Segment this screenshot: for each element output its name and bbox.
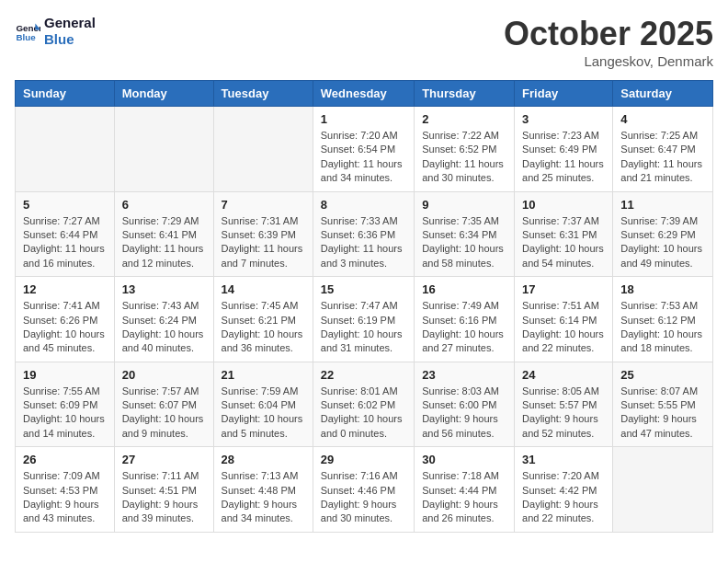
day-info: Sunrise: 8:01 AM Sunset: 6:02 PM Dayligh…: [321, 385, 406, 442]
day-info: Sunrise: 7:20 AM Sunset: 4:42 PM Dayligh…: [522, 469, 605, 526]
column-header-saturday: Saturday: [613, 81, 713, 107]
day-info: Sunrise: 7:53 AM Sunset: 6:12 PM Dayligh…: [620, 299, 705, 356]
calendar-day-23: 23Sunrise: 8:03 AM Sunset: 6:00 PM Dayli…: [415, 362, 515, 447]
day-number: 12: [23, 282, 107, 296]
month-title: October 2025: [504, 15, 713, 53]
day-info: Sunrise: 7:20 AM Sunset: 6:54 PM Dayligh…: [321, 129, 406, 186]
calendar-week-row: 26Sunrise: 7:09 AM Sunset: 4:53 PM Dayli…: [16, 447, 713, 533]
calendar-day-28: 28Sunrise: 7:13 AM Sunset: 4:48 PM Dayli…: [213, 447, 313, 533]
calendar-week-row: 1Sunrise: 7:20 AM Sunset: 6:54 PM Daylig…: [16, 107, 713, 192]
calendar-day-8: 8Sunrise: 7:33 AM Sunset: 6:36 PM Daylig…: [313, 191, 414, 277]
day-number: 7: [222, 198, 305, 212]
day-info: Sunrise: 7:43 AM Sunset: 6:24 PM Dayligh…: [122, 299, 206, 356]
column-header-friday: Friday: [515, 81, 613, 107]
day-info: Sunrise: 7:35 AM Sunset: 6:34 PM Dayligh…: [422, 214, 506, 271]
day-number: 23: [422, 368, 506, 382]
calendar-day-3: 3Sunrise: 7:23 AM Sunset: 6:49 PM Daylig…: [515, 107, 613, 192]
day-info: Sunrise: 7:57 AM Sunset: 6:07 PM Dayligh…: [122, 385, 206, 442]
calendar-week-row: 12Sunrise: 7:41 AM Sunset: 6:26 PM Dayli…: [16, 277, 713, 362]
calendar-day-30: 30Sunrise: 7:18 AM Sunset: 4:44 PM Dayli…: [415, 447, 515, 533]
day-info: Sunrise: 7:59 AM Sunset: 6:04 PM Dayligh…: [222, 385, 305, 442]
day-info: Sunrise: 7:37 AM Sunset: 6:31 PM Dayligh…: [522, 214, 605, 271]
column-header-wednesday: Wednesday: [313, 81, 414, 107]
day-number: 22: [321, 368, 406, 382]
day-number: 16: [422, 282, 506, 296]
day-number: 29: [321, 453, 406, 466]
calendar-day-15: 15Sunrise: 7:47 AM Sunset: 6:19 PM Dayli…: [313, 277, 414, 362]
day-number: 30: [422, 453, 506, 466]
logo-general: General: [44, 15, 96, 31]
calendar-day-13: 13Sunrise: 7:43 AM Sunset: 6:24 PM Dayli…: [114, 277, 213, 362]
day-info: Sunrise: 7:33 AM Sunset: 6:36 PM Dayligh…: [321, 214, 406, 271]
column-header-thursday: Thursday: [415, 81, 515, 107]
day-number: 4: [620, 112, 705, 126]
day-info: Sunrise: 7:09 AM Sunset: 4:53 PM Dayligh…: [23, 469, 107, 526]
day-number: 3: [522, 112, 605, 126]
day-info: Sunrise: 7:13 AM Sunset: 4:48 PM Dayligh…: [222, 469, 305, 526]
day-number: 13: [122, 282, 206, 296]
day-info: Sunrise: 8:05 AM Sunset: 5:57 PM Dayligh…: [522, 385, 605, 442]
day-info: Sunrise: 8:03 AM Sunset: 6:00 PM Dayligh…: [422, 385, 506, 442]
calendar-day-19: 19Sunrise: 7:55 AM Sunset: 6:09 PM Dayli…: [16, 362, 115, 447]
day-info: Sunrise: 8:07 AM Sunset: 5:55 PM Dayligh…: [620, 385, 705, 442]
day-number: 20: [122, 368, 206, 382]
calendar-day-1: 1Sunrise: 7:20 AM Sunset: 6:54 PM Daylig…: [313, 107, 414, 192]
calendar-day-31: 31Sunrise: 7:20 AM Sunset: 4:42 PM Dayli…: [515, 447, 613, 533]
logo-icon: General Blue: [15, 18, 40, 44]
calendar-day-12: 12Sunrise: 7:41 AM Sunset: 6:26 PM Dayli…: [16, 277, 115, 362]
empty-cell: [613, 447, 713, 533]
day-number: 8: [321, 198, 406, 212]
day-number: 21: [222, 368, 305, 382]
calendar-week-row: 5Sunrise: 7:27 AM Sunset: 6:44 PM Daylig…: [16, 191, 713, 277]
title-area: October 2025 Langeskov, Denmark: [504, 15, 713, 69]
calendar-day-10: 10Sunrise: 7:37 AM Sunset: 6:31 PM Dayli…: [515, 191, 613, 277]
day-number: 28: [222, 453, 305, 466]
empty-cell: [114, 107, 213, 192]
day-number: 9: [422, 198, 506, 212]
day-info: Sunrise: 7:51 AM Sunset: 6:14 PM Dayligh…: [522, 299, 605, 356]
day-number: 26: [23, 453, 107, 466]
calendar-week-row: 19Sunrise: 7:55 AM Sunset: 6:09 PM Dayli…: [16, 362, 713, 447]
calendar-header-row: SundayMondayTuesdayWednesdayThursdayFrid…: [16, 81, 713, 107]
day-info: Sunrise: 7:47 AM Sunset: 6:19 PM Dayligh…: [321, 299, 406, 356]
day-number: 25: [620, 368, 705, 382]
day-number: 15: [321, 282, 406, 296]
day-info: Sunrise: 7:27 AM Sunset: 6:44 PM Dayligh…: [23, 214, 107, 271]
day-info: Sunrise: 7:45 AM Sunset: 6:21 PM Dayligh…: [222, 299, 305, 356]
calendar-day-2: 2Sunrise: 7:22 AM Sunset: 6:52 PM Daylig…: [415, 107, 515, 192]
day-info: Sunrise: 7:18 AM Sunset: 4:44 PM Dayligh…: [422, 469, 506, 526]
day-info: Sunrise: 7:16 AM Sunset: 4:46 PM Dayligh…: [321, 469, 406, 526]
day-info: Sunrise: 7:55 AM Sunset: 6:09 PM Dayligh…: [23, 385, 107, 442]
day-info: Sunrise: 7:11 AM Sunset: 4:51 PM Dayligh…: [122, 469, 206, 526]
calendar-table: SundayMondayTuesdayWednesdayThursdayFrid…: [15, 80, 713, 533]
day-number: 14: [222, 282, 305, 296]
day-info: Sunrise: 7:25 AM Sunset: 6:47 PM Dayligh…: [620, 129, 705, 186]
calendar-day-9: 9Sunrise: 7:35 AM Sunset: 6:34 PM Daylig…: [415, 191, 515, 277]
day-number: 1: [321, 112, 406, 126]
calendar-day-4: 4Sunrise: 7:25 AM Sunset: 6:47 PM Daylig…: [613, 107, 713, 192]
calendar-day-16: 16Sunrise: 7:49 AM Sunset: 6:16 PM Dayli…: [415, 277, 515, 362]
day-number: 24: [522, 368, 605, 382]
day-info: Sunrise: 7:49 AM Sunset: 6:16 PM Dayligh…: [422, 299, 506, 356]
calendar-day-7: 7Sunrise: 7:31 AM Sunset: 6:39 PM Daylig…: [213, 191, 313, 277]
day-number: 11: [620, 198, 705, 212]
location: Langeskov, Denmark: [504, 53, 713, 69]
calendar-day-29: 29Sunrise: 7:16 AM Sunset: 4:46 PM Dayli…: [313, 447, 414, 533]
calendar-day-11: 11Sunrise: 7:39 AM Sunset: 6:29 PM Dayli…: [613, 191, 713, 277]
calendar-day-6: 6Sunrise: 7:29 AM Sunset: 6:41 PM Daylig…: [114, 191, 213, 277]
logo-blue: Blue: [44, 31, 96, 48]
day-number: 17: [522, 282, 605, 296]
calendar-day-18: 18Sunrise: 7:53 AM Sunset: 6:12 PM Dayli…: [613, 277, 713, 362]
day-number: 6: [122, 198, 206, 212]
column-header-monday: Monday: [114, 81, 213, 107]
day-info: Sunrise: 7:41 AM Sunset: 6:26 PM Dayligh…: [23, 299, 107, 356]
column-header-tuesday: Tuesday: [213, 81, 313, 107]
day-number: 2: [422, 112, 506, 126]
page-header: General Blue General Blue October 2025 L…: [15, 15, 713, 69]
empty-cell: [213, 107, 313, 192]
day-number: 5: [23, 198, 107, 212]
day-number: 18: [620, 282, 705, 296]
day-info: Sunrise: 7:23 AM Sunset: 6:49 PM Dayligh…: [522, 129, 605, 186]
day-info: Sunrise: 7:29 AM Sunset: 6:41 PM Dayligh…: [122, 214, 206, 271]
day-info: Sunrise: 7:22 AM Sunset: 6:52 PM Dayligh…: [422, 129, 506, 186]
